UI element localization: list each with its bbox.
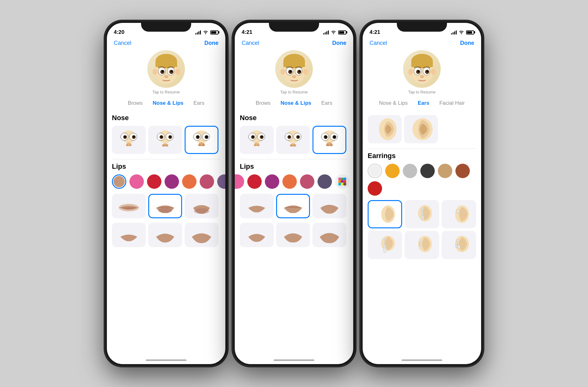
nose-option-2-3[interactable] [312, 126, 346, 154]
tap-resume-2[interactable]: Tap to Resume [280, 90, 307, 94]
svg-point-19 [133, 136, 135, 138]
svg-point-120 [457, 210, 460, 213]
cancel-button-1[interactable]: Cancel [114, 40, 131, 46]
lip-color-2-1[interactable] [247, 174, 262, 189]
svg-point-75 [288, 136, 290, 138]
svg-point-38 [197, 136, 199, 138]
earring-hoop-3[interactable] [405, 231, 439, 259]
lip-color-1-6[interactable] [200, 174, 214, 189]
earring-cluster-3[interactable] [442, 231, 476, 259]
cancel-button-3[interactable]: Cancel [370, 40, 387, 46]
svg-rect-101 [411, 61, 415, 67]
lip-color-1-1[interactable] [112, 174, 126, 189]
earrings-title-3: Earrings [368, 152, 476, 160]
avatar-2[interactable] [275, 50, 313, 88]
earring-color-tan-3[interactable] [438, 164, 452, 178]
svg-point-88 [326, 144, 329, 146]
status-icons-2 [323, 30, 346, 35]
tab-ears-1[interactable]: Ears [188, 99, 209, 108]
earring-color-white-3[interactable] [368, 164, 382, 178]
phone-1: 4:20 Can [105, 21, 227, 366]
earring-color-red-3[interactable] [368, 181, 382, 196]
lip-color-2-3[interactable] [282, 174, 297, 189]
nose-option-2-1[interactable] [240, 126, 274, 154]
tap-resume-3[interactable]: Tap to Resume [408, 90, 435, 94]
divider-3 [368, 148, 476, 149]
nose-options-2 [240, 126, 348, 154]
done-button-3[interactable]: Done [460, 40, 474, 46]
battery-icon-3 [466, 30, 474, 34]
earring-color-gold-3[interactable] [385, 164, 400, 178]
avatar-1[interactable] [147, 50, 185, 88]
multicolor-button-2[interactable] [335, 174, 349, 189]
nose-option-1-2[interactable] [148, 126, 182, 154]
lips-style-r2-1-1[interactable] [112, 223, 146, 247]
svg-point-41 [198, 144, 201, 146]
svg-point-104 [431, 69, 436, 75]
lip-color-1-7[interactable] [217, 174, 225, 189]
lip-color-1-4[interactable] [165, 174, 179, 189]
svg-point-57 [290, 70, 291, 72]
earring-long-drop-3[interactable] [368, 231, 402, 259]
lips-style-r2-1-2[interactable] [148, 223, 182, 247]
nav-bar-2: Cancel Done [235, 39, 353, 49]
lip-color-2-5[interactable] [318, 174, 332, 189]
earring-drop-3[interactable] [405, 200, 439, 228]
svg-point-58 [298, 70, 300, 72]
svg-point-10 [162, 70, 164, 72]
earring-color-silver-3[interactable] [403, 164, 417, 178]
tab-facial-hair-3[interactable]: Facial Hair [434, 99, 470, 108]
ear-option-3-2[interactable] [404, 115, 438, 143]
lips-style-r2-2-1[interactable] [240, 223, 274, 247]
lips-style-2-1[interactable] [240, 194, 274, 218]
nose-title-2: Nose [240, 114, 348, 122]
tab-nose-lips-3[interactable]: Nose & Lips [374, 99, 413, 108]
lips-style-2-2[interactable] [276, 194, 310, 218]
tab-brows-2[interactable]: Brows [251, 99, 276, 108]
earring-stud-3[interactable] [442, 200, 476, 228]
lips-style-1-1[interactable] [112, 194, 146, 218]
nose-option-2-2[interactable] [276, 126, 310, 154]
cancel-button-2[interactable]: Cancel [242, 40, 259, 46]
earring-color-dark-3[interactable] [420, 164, 435, 178]
lip-color-1-3[interactable] [147, 174, 161, 189]
tab-nose-lips-1[interactable]: Nose & Lips [148, 99, 188, 108]
lips-style-2-3[interactable] [312, 194, 346, 218]
ear-option-3-1[interactable] [368, 115, 402, 143]
tab-ears-2[interactable]: Ears [316, 99, 337, 108]
nose-option-1-3[interactable] [185, 126, 218, 154]
earring-color-brown-3[interactable] [455, 164, 470, 178]
done-button-1[interactable]: Done [204, 40, 218, 46]
avatar-3[interactable] [403, 50, 441, 88]
lip-color-1-5[interactable] [182, 174, 197, 189]
lip-color-1-2[interactable] [129, 174, 144, 189]
phones-container: 4:20 Can [105, 21, 483, 366]
tap-resume-1[interactable]: Tap to Resume [152, 90, 180, 94]
svg-point-68 [254, 144, 256, 146]
screen-3: 4:21 Can [363, 23, 481, 364]
earring-none-3[interactable] [368, 200, 402, 228]
svg-rect-50 [301, 61, 305, 67]
lips-style-r2-2-2[interactable] [276, 223, 310, 247]
lips-style-r2-2-3[interactable] [312, 223, 346, 247]
nose-option-1-1[interactable] [112, 126, 146, 154]
battery-icon-1 [210, 30, 218, 34]
svg-point-69 [257, 144, 260, 146]
done-button-2[interactable]: Done [332, 40, 346, 46]
tab-ears-3[interactable]: Ears [413, 99, 434, 108]
lip-color-2-2[interactable] [265, 174, 279, 189]
svg-point-103 [408, 69, 413, 75]
lips-style-1-2[interactable] [148, 194, 182, 218]
lips-title-1: Lips [112, 162, 220, 171]
lip-color-2-partial[interactable] [235, 174, 244, 189]
lips-style-1-3[interactable] [185, 194, 218, 218]
screen-2: 4:21 Can [235, 23, 353, 364]
lip-color-2-4[interactable] [300, 174, 314, 189]
tab-nose-lips-2[interactable]: Nose & Lips [276, 99, 316, 108]
tab-brows-1[interactable]: Brows [123, 99, 148, 108]
svg-point-32 [165, 145, 168, 147]
svg-point-12 [164, 75, 168, 78]
lips-style-r2-1-3[interactable] [185, 223, 218, 247]
svg-point-111 [420, 75, 424, 78]
notch-1 [141, 21, 191, 32]
